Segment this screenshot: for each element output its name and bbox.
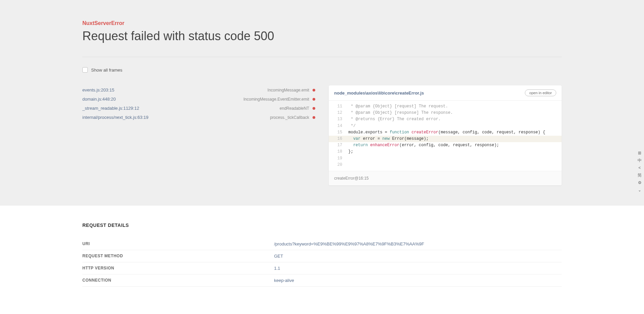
- code-content: * @param {Object} [request] The request.: [348, 103, 448, 110]
- line-number: 13: [334, 116, 342, 123]
- frame-item[interactable]: _stream_readable.js:1129:12endReadableNT: [82, 104, 315, 113]
- code-content: return enhanceError(error, config, code,…: [348, 142, 499, 149]
- frame-method: process._tickCallback: [270, 115, 309, 120]
- detail-value: /products?keyword=%E9%BE%99%E9%97%A8%E7%…: [274, 241, 562, 246]
- error-header-section: NuxtServerError Request failed with stat…: [0, 0, 644, 206]
- open-in-editor-button[interactable]: open in editor: [525, 89, 556, 96]
- detail-key: Connection: [82, 278, 274, 283]
- frame-file: internal/process/next_tick.js:63:19: [82, 115, 149, 120]
- frame-dot-icon: [313, 89, 315, 91]
- side-toolbar-icon[interactable]: 中: [637, 157, 643, 163]
- code-line: 17 return enhanceError(error, config, co…: [329, 142, 562, 149]
- frame-file: _stream_readable.js:1129:12: [82, 106, 139, 111]
- error-type: NuxtServerError: [82, 20, 562, 26]
- code-content: module.exports = function createError(me…: [348, 129, 545, 136]
- show-all-frames-row[interactable]: Show all frames: [82, 67, 562, 73]
- request-details-heading: REQUEST DETAILS: [82, 223, 562, 228]
- detail-value: GET: [274, 254, 562, 259]
- side-toolbar-icon[interactable]: <: [637, 165, 643, 171]
- line-number: 19: [334, 155, 342, 162]
- frame-dot-icon: [313, 98, 315, 101]
- detail-key: URI: [82, 241, 274, 246]
- frame-file: domain.js:448:20: [82, 97, 116, 102]
- detail-value: 1.1: [274, 266, 562, 271]
- detail-row: Connectionkeep-alive: [82, 274, 562, 287]
- frame-dot-icon: [313, 116, 315, 119]
- detail-key: Request Method: [82, 254, 274, 259]
- frame-method: endReadableNT: [280, 106, 309, 111]
- code-content: */: [348, 123, 356, 129]
- line-number: 18: [334, 149, 342, 155]
- frame-method: IncomingMessage.EventEmitter.emit: [243, 97, 309, 102]
- code-line: 15module.exports = function createError(…: [329, 129, 562, 136]
- line-number: 17: [334, 142, 342, 149]
- request-details-section: REQUEST DETAILS URI/products?keyword=%E9…: [0, 206, 644, 304]
- show-all-frames-checkbox[interactable]: [82, 67, 88, 73]
- code-content: };: [348, 149, 353, 155]
- code-content: * @param {Object} [response] The respons…: [348, 110, 453, 116]
- line-number: 11: [334, 103, 342, 110]
- side-toolbar: ⊞中<简⚙⌄: [635, 149, 644, 194]
- detail-row: URI/products?keyword=%E9%BE%99%E9%97%A8%…: [82, 238, 562, 250]
- frame-item[interactable]: events.js:203:15IncomingMessage.emit: [82, 85, 315, 95]
- code-content: var error = new Error(message);: [348, 136, 429, 142]
- side-toolbar-icon[interactable]: ⊞: [637, 150, 643, 156]
- side-toolbar-icon[interactable]: ⚙: [637, 180, 643, 186]
- code-line: 14 */: [329, 123, 562, 129]
- code-line: 12 * @param {Object} [response] The resp…: [329, 110, 562, 116]
- frame-item[interactable]: domain.js:448:20IncomingMessage.EventEmi…: [82, 95, 315, 104]
- line-number: 12: [334, 110, 342, 116]
- code-header: node_modules\axios\lib\core\createError.…: [329, 85, 562, 101]
- frame-item[interactable]: internal/process/next_tick.js:63:19proce…: [82, 113, 315, 122]
- divider: [82, 57, 562, 57]
- show-all-frames-label: Show all frames: [91, 68, 122, 73]
- line-number: 20: [334, 162, 342, 168]
- detail-row: HTTP Version1.1: [82, 262, 562, 274]
- code-panel: node_modules\axios\lib\core\createError.…: [329, 85, 562, 185]
- side-toolbar-icon[interactable]: ⌄: [637, 187, 643, 193]
- code-line: 20: [329, 162, 562, 168]
- code-line: 11 * @param {Object} [request] The reque…: [329, 103, 562, 110]
- error-title: Request failed with status code 500: [82, 29, 562, 43]
- frames-list: events.js:203:15IncomingMessage.emitdoma…: [82, 85, 315, 185]
- detail-value: keep-alive: [274, 278, 562, 283]
- frame-dot-icon: [313, 107, 315, 110]
- side-toolbar-icon[interactable]: 简: [637, 172, 643, 178]
- code-body: 11 * @param {Object} [request] The reque…: [329, 101, 562, 171]
- code-footer: createError@16:15: [329, 171, 562, 185]
- detail-row: Request MethodGET: [82, 250, 562, 262]
- detail-key: HTTP Version: [82, 266, 274, 271]
- code-line: 19: [329, 155, 562, 162]
- line-number: 15: [334, 129, 342, 136]
- code-line: 16 var error = new Error(message);: [329, 136, 562, 142]
- line-number: 14: [334, 123, 342, 129]
- code-line: 18};: [329, 149, 562, 155]
- frame-file: events.js:203:15: [82, 87, 114, 93]
- code-line: 13 * @returns {Error} The created error.: [329, 116, 562, 123]
- code-content: * @returns {Error} The created error.: [348, 116, 441, 123]
- line-number: 16: [334, 136, 342, 142]
- frame-method: IncomingMessage.emit: [268, 88, 309, 93]
- code-file-path: node_modules\axios\lib\core\createError.…: [334, 90, 424, 96]
